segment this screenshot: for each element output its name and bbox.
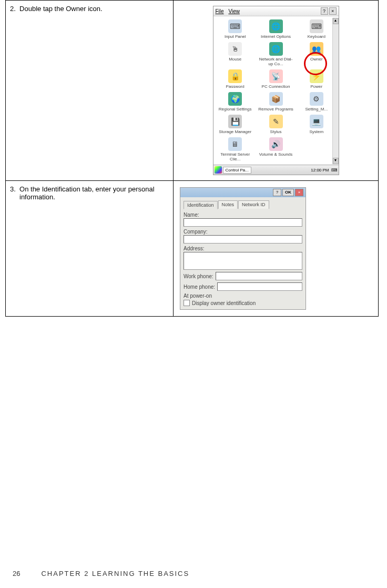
ok-button[interactable]: OK: [282, 189, 294, 196]
tab-identification[interactable]: Identification: [184, 201, 218, 209]
icon-password[interactable]: 🔒Password: [216, 68, 255, 90]
address-label: Address:: [184, 246, 302, 251]
icon-terminal-server[interactable]: 🖥Terminal Server Clie...: [216, 136, 255, 163]
work-phone-field[interactable]: [216, 272, 302, 280]
chapter-title: CHAPTER 2 LEARNING THE BASICS: [41, 570, 189, 577]
start-icon[interactable]: [215, 166, 222, 174]
icon-remove-programs[interactable]: 📦Remove Programs: [256, 91, 296, 113]
control-panel-screenshot: File View ? × ⌨Input Panel 🌐Internet Opt…: [213, 6, 339, 175]
display-owner-label: Display owner identification: [192, 300, 256, 306]
owner-dialog-screenshot: ? OK × Identification Notes Network ID N…: [180, 187, 306, 310]
address-field[interactable]: [184, 252, 302, 270]
display-owner-checkbox[interactable]: [184, 300, 190, 306]
menubar: File View ? ×: [213, 6, 339, 16]
sip-icon[interactable]: ⌨: [331, 168, 338, 173]
work-phone-label: Work phone:: [184, 273, 213, 279]
name-label: Name:: [184, 212, 302, 218]
menu-view[interactable]: View: [228, 8, 240, 14]
power-on-label: At power-on: [184, 293, 302, 299]
icon-owner[interactable]: 👥Owner: [297, 41, 336, 67]
icon-volume-sounds[interactable]: 🔊Volume & Sounds: [256, 136, 296, 163]
taskbar-time: 12:00 PM: [311, 168, 329, 173]
help-icon[interactable]: ?: [321, 7, 328, 15]
icon-system[interactable]: 💻System: [297, 114, 336, 135]
step-3-text: 3. On the Identification tab, enter your…: [10, 185, 169, 201]
page-number: 26: [13, 570, 20, 577]
icon-keyboard[interactable]: ⌨Keyboard: [297, 18, 336, 40]
home-phone-field[interactable]: [217, 282, 302, 291]
icon-grid: ⌨Input Panel 🌐Internet Options ⌨Keyboard…: [213, 16, 339, 165]
menu-file[interactable]: File: [216, 8, 224, 14]
icon-input-panel[interactable]: ⌨Input Panel: [216, 18, 255, 40]
icon-mouse[interactable]: 🖱Mouse: [216, 41, 255, 67]
instruction-table: 2. Double tap the Owner icon. File View …: [5, 0, 379, 317]
close-icon[interactable]: ×: [329, 7, 337, 15]
icon-power[interactable]: ⚡Power: [297, 68, 336, 90]
icon-storage-manager[interactable]: 💾Storage Manager: [216, 114, 255, 135]
scrollbar[interactable]: ▲ ▼: [332, 18, 339, 164]
page-footer: 26CHAPTER 2 LEARNING THE BASICS: [13, 570, 189, 577]
taskbar-button[interactable]: Control Pa...: [223, 167, 251, 174]
dialog-titlebar: ? OK ×: [180, 188, 305, 197]
step-2-text: 2. Double tap the Owner icon.: [10, 5, 169, 13]
help-icon[interactable]: ?: [273, 189, 281, 196]
icon-setting-m[interactable]: ⚙Setting_M...: [297, 91, 336, 113]
scroll-down-icon[interactable]: ▼: [333, 158, 339, 164]
name-field[interactable]: [184, 218, 302, 227]
company-label: Company:: [184, 229, 302, 235]
icon-stylus[interactable]: ✎Stylus: [256, 114, 296, 135]
tab-notes[interactable]: Notes: [218, 200, 238, 209]
icon-regional[interactable]: 🌍Regional Settings: [216, 91, 255, 113]
icon-network[interactable]: 🌐Network and Dial-up Co...: [256, 41, 296, 67]
home-phone-label: Home phone:: [184, 284, 215, 290]
taskbar: Control Pa... 12:00 PM ⌨: [213, 165, 339, 175]
company-field[interactable]: [184, 235, 302, 244]
icon-pc-connection[interactable]: 📡PC Connection: [256, 68, 296, 90]
tab-row: Identification Notes Network ID: [184, 200, 302, 209]
scroll-up-icon[interactable]: ▲: [333, 18, 339, 24]
close-icon[interactable]: ×: [295, 189, 303, 196]
icon-internet-options[interactable]: 🌐Internet Options: [256, 18, 296, 40]
tab-network-id[interactable]: Network ID: [238, 200, 269, 209]
